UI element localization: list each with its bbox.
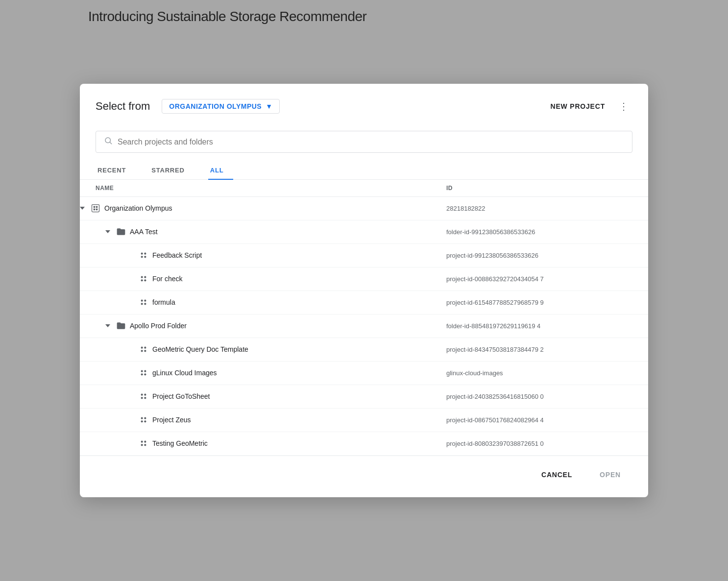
search-icon	[104, 136, 113, 147]
table-row[interactable]: Organization Olympus 28218182822	[80, 197, 648, 220]
org-selector[interactable]: ORGANIZATION OLYMPUS ▼	[162, 99, 280, 114]
row-name: Testing GeoMetric	[152, 439, 208, 447]
svg-point-0	[105, 138, 111, 143]
dialog-header: Select from ORGANIZATION OLYMPUS ▼ NEW P…	[80, 84, 648, 125]
svg-point-25	[141, 374, 143, 376]
svg-point-15	[141, 300, 143, 302]
project-icon	[139, 250, 148, 260]
svg-point-27	[141, 394, 143, 396]
table-row[interactable]: AAA Test folder-id-991238056386533626	[80, 220, 648, 244]
svg-point-11	[141, 276, 143, 278]
row-name: GeoMetric Query Doc Template	[152, 345, 248, 353]
row-id-cell: project-id-086750176824082964 4	[446, 416, 632, 424]
row-name: For check	[152, 275, 182, 283]
row-id-cell: project-id-240382536416815060 0	[446, 393, 632, 400]
row-name: Project Zeus	[152, 416, 191, 424]
table-row[interactable]: formula project-id-615487788527968579 9	[80, 291, 648, 315]
svg-point-19	[141, 347, 143, 349]
new-project-button[interactable]: NEW PROJECT	[549, 98, 607, 114]
row-name-cell: gLinux Cloud Images	[107, 368, 446, 378]
tab-recent[interactable]: RECENT	[96, 161, 136, 180]
chevron-down-icon: ▼	[266, 102, 272, 110]
svg-point-10	[144, 256, 146, 258]
row-name-cell: Project GoToSheet	[107, 391, 446, 401]
svg-line-1	[110, 143, 111, 144]
table-header: Name ID	[80, 180, 648, 197]
more-options-button[interactable]: ⋮	[615, 97, 632, 115]
svg-point-32	[144, 417, 146, 419]
svg-rect-6	[96, 209, 97, 210]
svg-point-30	[144, 397, 146, 399]
table-row[interactable]: Apollo Prod Folder folder-id-88548197262…	[80, 315, 648, 338]
row-id-cell: project-id-991238056386533626	[446, 252, 632, 259]
svg-point-9	[141, 256, 143, 258]
folder-icon	[116, 227, 126, 237]
project-icon	[139, 344, 148, 354]
row-name: Feedback Script	[152, 251, 202, 259]
row-id-cell: project-id-808032397038872651 0	[446, 440, 632, 447]
svg-point-20	[144, 347, 146, 349]
row-id-cell: 28218182822	[446, 205, 632, 212]
more-vert-icon: ⋮	[619, 100, 629, 112]
svg-point-16	[144, 300, 146, 302]
table-row[interactable]: gLinux Cloud Images glinux-cloud-images	[80, 362, 648, 385]
row-name-cell: formula	[107, 297, 446, 307]
svg-point-38	[144, 444, 146, 446]
svg-point-22	[144, 350, 146, 352]
row-name-cell: For check	[107, 274, 446, 284]
tab-all[interactable]: ALL	[208, 161, 234, 180]
chevron-down-icon	[80, 207, 85, 210]
row-name: Project GoToSheet	[152, 392, 210, 400]
search-section	[80, 125, 648, 157]
project-icon	[139, 415, 148, 425]
table-row[interactable]: Feedback Script project-id-9912380563865…	[80, 244, 648, 267]
col-name-header: Name	[96, 185, 446, 192]
row-id-cell: folder-id-885481972629119619 4	[446, 322, 632, 330]
row-name-cell: Project Zeus	[107, 415, 446, 425]
svg-point-23	[141, 370, 143, 372]
svg-point-26	[144, 374, 146, 376]
svg-point-34	[144, 421, 146, 423]
open-button[interactable]: OPEN	[588, 466, 632, 484]
table-row[interactable]: For check project-id-008863292720434054 …	[80, 267, 648, 291]
modal-backdrop: Select from ORGANIZATION OLYMPUS ▼ NEW P…	[0, 0, 728, 581]
row-id-cell: project-id-615487788527968579 9	[446, 299, 632, 306]
table-row[interactable]: GeoMetric Query Doc Template project-id-…	[80, 338, 648, 362]
svg-rect-5	[94, 209, 95, 210]
svg-point-21	[141, 350, 143, 352]
table-row[interactable]: Project Zeus project-id-0867501768240829…	[80, 409, 648, 432]
project-icon	[139, 368, 148, 378]
svg-rect-4	[96, 206, 97, 208]
folder-icon	[116, 321, 126, 331]
svg-point-31	[141, 417, 143, 419]
row-name: formula	[152, 298, 175, 306]
row-name: AAA Test	[130, 228, 158, 236]
svg-point-37	[141, 444, 143, 446]
tab-starred[interactable]: STARRED	[149, 161, 194, 180]
table-row[interactable]: Project GoToSheet project-id-24038253641…	[80, 385, 648, 409]
row-id-cell: folder-id-991238056386533626	[446, 228, 632, 236]
svg-point-18	[144, 303, 146, 305]
select-project-dialog: Select from ORGANIZATION OLYMPUS ▼ NEW P…	[80, 84, 648, 497]
svg-point-28	[144, 394, 146, 396]
row-name: Organization Olympus	[104, 204, 172, 212]
row-name-cell: Organization Olympus	[80, 203, 446, 213]
org-icon	[91, 203, 100, 213]
chevron-down-icon	[105, 230, 110, 233]
svg-rect-2	[92, 205, 99, 212]
search-input[interactable]	[118, 138, 624, 146]
svg-point-13	[141, 280, 143, 282]
row-name-cell: AAA Test	[92, 227, 446, 237]
svg-point-24	[144, 370, 146, 372]
cancel-button[interactable]: CANCEL	[530, 466, 584, 484]
svg-point-17	[141, 303, 143, 305]
svg-point-14	[144, 280, 146, 282]
svg-point-36	[144, 441, 146, 443]
table-row[interactable]: Testing GeoMetric project-id-80803239703…	[80, 432, 648, 456]
row-id-cell: glinux-cloud-images	[446, 369, 632, 377]
row-name-cell: Apollo Prod Folder	[92, 321, 446, 331]
project-icon	[139, 274, 148, 284]
dialog-title: Select from	[96, 100, 150, 113]
row-name: Apollo Prod Folder	[130, 322, 187, 330]
svg-point-29	[141, 397, 143, 399]
